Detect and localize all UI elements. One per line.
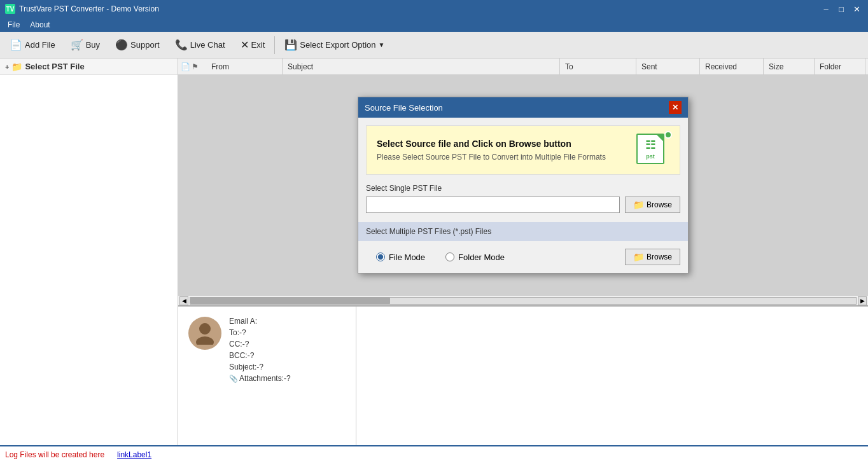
expand-icon: + xyxy=(5,63,9,71)
svg-point-0 xyxy=(199,323,211,335)
dialog-body: Select Source file and Click on Browse b… xyxy=(358,118,688,273)
toolbar-divider xyxy=(274,36,275,54)
buy-label: Buy xyxy=(86,40,100,50)
folder-icon: 📁 xyxy=(11,62,22,72)
th-folder: Folder xyxy=(815,59,865,74)
attachments-row: 📎 Attachments:-? xyxy=(229,374,291,383)
support-button[interactable]: ⚫ Support xyxy=(108,35,167,55)
th-received: Received xyxy=(700,59,764,74)
title-bar: TV TrustVare PST Converter - Demo Versio… xyxy=(0,0,868,18)
attachment-col-icon: 📄 xyxy=(181,62,190,71)
toolbar: 📄 Add File 🛒 Buy ⚫ Support 📞 Live Chat ✕… xyxy=(0,32,868,59)
scroll-right-button[interactable]: ▶ xyxy=(858,296,867,305)
window-title: TrustVare PST Converter - Demo Version xyxy=(19,4,159,13)
info-text: Select Source file and Click on Browse b… xyxy=(377,139,606,162)
scroll-left-button[interactable]: ◀ xyxy=(179,296,188,305)
multiple-pst-label: Select Multiple PST Files (*.pst) Files xyxy=(366,227,491,236)
minimize-button[interactable]: – xyxy=(820,3,832,15)
buy-icon: 🛒 xyxy=(71,39,83,51)
email-addr: Email A: xyxy=(229,317,291,326)
bottom-preview: Email A: To:-? CC:-? BCC:-? Subject:-? 📎… xyxy=(178,305,868,445)
support-icon: ⚫ xyxy=(115,39,128,51)
exit-button[interactable]: ✕ Exit xyxy=(234,35,272,55)
buy-button[interactable]: 🛒 Buy xyxy=(64,35,107,55)
menu-about[interactable]: About xyxy=(25,19,55,31)
email-subject: Subject:-? xyxy=(229,363,291,371)
email-to: To:-? xyxy=(229,328,291,337)
exit-label: Exit xyxy=(251,40,265,50)
multiple-pst-section: Select Multiple PST Files (*.pst) Files xyxy=(358,222,688,241)
main-content: + 📁 Select PST File 📄 ⚑ From Subject To … xyxy=(0,59,868,445)
pst-label: pst xyxy=(646,153,655,160)
add-file-label: Add File xyxy=(25,40,55,50)
email-bcc: BCC:-? xyxy=(229,351,291,360)
single-browse-label: Browse xyxy=(647,200,672,209)
modal-overlay: Source File Selection ✕ Select Source fi… xyxy=(178,75,868,295)
green-dot-icon xyxy=(664,131,672,139)
info-box: Select Source file and Click on Browse b… xyxy=(366,125,680,175)
th-icons: 📄 ⚑ xyxy=(181,62,206,71)
live-chat-button[interactable]: 📞 Live Chat xyxy=(168,35,232,55)
browse-folder-icon: 📁 xyxy=(633,200,644,210)
preview-left: Email A: To:-? CC:-? BCC:-? Subject:-? 📎… xyxy=(178,307,356,445)
scrollbar-thumb[interactable] xyxy=(190,298,390,304)
th-size: Size xyxy=(764,59,815,74)
restore-button[interactable]: □ xyxy=(835,3,848,15)
th-subject: Subject xyxy=(283,59,560,74)
email-meta: Email A: To:-? CC:-? BCC:-? Subject:-? 📎… xyxy=(229,317,291,385)
file-mode-option[interactable]: File Mode xyxy=(376,252,425,262)
horizontal-scrollbar[interactable]: ◀ ▶ xyxy=(178,295,868,305)
svg-point-1 xyxy=(196,336,214,345)
left-panel-title: Select PST File xyxy=(25,62,84,71)
flag-col-icon: ⚑ xyxy=(192,62,199,71)
single-browse-button[interactable]: 📁 Browse xyxy=(625,197,680,213)
multiple-browse-label: Browse xyxy=(647,252,672,261)
dialog-close-button[interactable]: ✕ xyxy=(669,101,682,114)
scrollbar-track xyxy=(190,297,857,305)
single-pst-input[interactable] xyxy=(366,197,620,213)
left-panel: + 📁 Select PST File xyxy=(0,59,178,445)
menu-file[interactable]: File xyxy=(3,19,25,31)
folder-mode-option[interactable]: Folder Mode xyxy=(445,252,505,262)
support-label: Support xyxy=(130,40,160,50)
email-attachments: Attachments:-? xyxy=(239,374,291,383)
left-panel-header: + 📁 Select PST File xyxy=(0,59,178,75)
menu-bar: File About xyxy=(0,18,868,32)
live-chat-label: Live Chat xyxy=(190,40,225,50)
radio-browse-row: File Mode Folder Mode 📁 Browse xyxy=(366,249,680,265)
select-export-button[interactable]: 💾 Select Export Option ▼ xyxy=(277,35,391,55)
info-heading: Select Source file and Click on Browse b… xyxy=(377,139,606,149)
info-body: Please Select Source PST File to Convert… xyxy=(377,153,606,162)
folder-mode-label: Folder Mode xyxy=(458,252,505,262)
single-pst-input-row: 📁 Browse xyxy=(366,197,680,213)
add-file-button[interactable]: 📄 Add File xyxy=(3,35,62,55)
export-icon: 💾 xyxy=(284,39,297,51)
dropdown-arrow-icon: ▼ xyxy=(378,41,384,48)
add-file-icon: 📄 xyxy=(10,39,22,51)
exit-icon: ✕ xyxy=(241,39,249,51)
right-panel: 📄 ⚑ From Subject To Sent Received Size F… xyxy=(178,59,868,445)
email-list-area: Source File Selection ✕ Select Source fi… xyxy=(178,75,868,295)
pst-icon-wrapper: ☷ pst xyxy=(636,134,669,167)
table-header: 📄 ⚑ From Subject To Sent Received Size F… xyxy=(178,59,868,75)
live-chat-icon: 📞 xyxy=(175,39,188,51)
select-export-label: Select Export Option xyxy=(300,40,375,50)
source-file-dialog: Source File Selection ✕ Select Source fi… xyxy=(358,97,689,273)
single-pst-label: Select Single PST File xyxy=(366,184,680,193)
title-bar-left: TV TrustVare PST Converter - Demo Versio… xyxy=(5,4,159,14)
file-mode-radio[interactable] xyxy=(376,252,385,261)
close-button[interactable]: ✕ xyxy=(850,3,863,15)
multiple-browse-button[interactable]: 📁 Browse xyxy=(625,249,680,265)
preview-right xyxy=(356,307,868,445)
avatar xyxy=(188,317,221,350)
status-link[interactable]: linkLabel1 xyxy=(117,450,151,459)
dialog-titlebar: Source File Selection ✕ xyxy=(358,97,688,118)
status-bar: Log Files will be created here linkLabel… xyxy=(0,445,868,463)
folder-mode-radio[interactable] xyxy=(445,252,454,261)
file-mode-label: File Mode xyxy=(389,252,425,262)
attachment-icon: 📎 xyxy=(229,375,238,383)
status-text: Log Files will be created here xyxy=(5,450,104,459)
title-bar-controls: – □ ✕ xyxy=(820,3,863,15)
th-to: To xyxy=(560,59,636,74)
email-cc: CC:-? xyxy=(229,340,291,349)
